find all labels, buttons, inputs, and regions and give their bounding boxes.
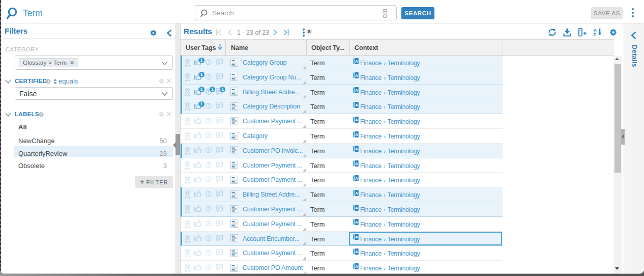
svg-text:A: A <box>355 88 358 93</box>
svg-text:A: A <box>355 73 358 78</box>
svg-text:A: A <box>355 176 358 181</box>
svg-text:A: A <box>355 220 358 225</box>
svg-text:A: A <box>355 190 358 195</box>
svg-text:A: A <box>355 117 358 122</box>
svg-text:A: A <box>355 264 358 268</box>
svg-text:A: A <box>355 250 358 254</box>
svg-text:A: A <box>355 59 358 63</box>
svg-text:A: A <box>355 132 358 136</box>
svg-text:A: A <box>355 147 358 151</box>
svg-text:A: A <box>355 161 358 166</box>
svg-text:A: A <box>355 205 358 210</box>
svg-text:Z: Z <box>594 32 597 37</box>
svg-text:A: A <box>355 103 358 107</box>
